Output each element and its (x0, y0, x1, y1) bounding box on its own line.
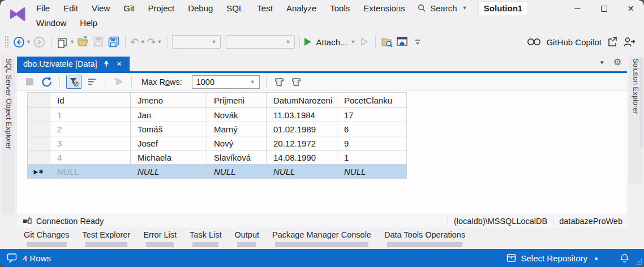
cell-datumnarozeni[interactable]: 01.02.1989 (267, 122, 337, 136)
max-rows-combobox[interactable]: 1000 ▼ (192, 75, 260, 89)
menu-view[interactable]: View (85, 3, 117, 13)
cell-datumnarozeni-null[interactable]: NULL (267, 165, 337, 179)
save-button[interactable] (92, 35, 105, 49)
cell-pocetclanku[interactable]: 17 (337, 108, 407, 122)
menu-extensions[interactable]: Extensions (357, 3, 411, 13)
redo-button[interactable]: ↷ ▼ (147, 35, 162, 49)
cell-jmeno[interactable]: Josef (131, 136, 207, 150)
select-repository-label[interactable]: Select Repository (521, 253, 588, 263)
cell-jmeno[interactable]: Tomáš (131, 122, 207, 136)
tab-list-chevron-icon[interactable]: ▼ (599, 59, 605, 66)
row-header[interactable] (28, 150, 50, 165)
menu-project[interactable]: Project (141, 3, 181, 13)
tab-close-icon[interactable]: ✕ (115, 60, 123, 68)
cell-pocetclanku[interactable]: 6 (337, 122, 407, 136)
cell-datumnarozeni[interactable]: 20.12.1972 (267, 136, 337, 150)
menu-help[interactable]: Help (73, 18, 104, 28)
navigate-forward-button[interactable] (33, 35, 46, 49)
toolbar-grip[interactable] (5, 36, 9, 48)
tab-output[interactable]: Output (234, 228, 259, 249)
cell-pocetclanku[interactable]: 1 (337, 150, 407, 165)
cell-jmeno[interactable]: Jan (131, 108, 207, 122)
menu-test[interactable]: Test (250, 3, 280, 13)
start-without-debugging-button[interactable] (357, 35, 371, 49)
menu-analyze[interactable]: Analyze (280, 3, 323, 13)
cell-id[interactable]: 1 (50, 108, 131, 122)
cell-prijmeni[interactable]: Marný (207, 122, 267, 136)
cell-id[interactable]: 2 (50, 122, 131, 136)
tab-git-changes[interactable]: Git Changes (24, 228, 70, 249)
copilot-label[interactable]: GitHub Copilot (546, 37, 602, 47)
menu-git[interactable]: Git (117, 3, 141, 13)
platform-combobox[interactable]: ▼ (226, 35, 295, 49)
send-feedback-icon[interactable] (623, 37, 635, 47)
column-header-pocetclanku[interactable]: PocetClanku (337, 93, 407, 108)
cell-id[interactable]: 3 (50, 136, 131, 150)
stop-query-button[interactable] (23, 75, 36, 89)
column-header-datumnarozeni[interactable]: DatumNarozeni (267, 93, 337, 108)
menu-debug[interactable]: Debug (181, 3, 220, 13)
message-bubble-icon[interactable] (7, 253, 18, 263)
menu-tools[interactable]: Tools (323, 3, 357, 13)
share-icon[interactable] (607, 37, 618, 47)
sort-button[interactable] (85, 75, 98, 89)
browser-home-button[interactable] (396, 35, 409, 49)
undo-button[interactable]: ↶ ▼ (130, 35, 145, 49)
cell-datumnarozeni[interactable]: 11.03.1984 (267, 108, 337, 122)
cell-prijmeni-null[interactable]: NULL (207, 165, 267, 179)
cell-prijmeni[interactable]: Nový (207, 136, 267, 150)
configuration-combobox[interactable]: ▼ (172, 35, 221, 49)
maximize-button[interactable] (591, 0, 617, 17)
save-all-button[interactable] (107, 35, 121, 49)
row-header[interactable] (28, 108, 50, 122)
close-button[interactable]: ✕ (617, 0, 644, 17)
menu-edit[interactable]: Edit (57, 3, 85, 13)
cell-id-null[interactable]: NULL (50, 165, 131, 179)
navigate-back-button[interactable]: ▼ (13, 35, 31, 49)
row-header[interactable] (28, 136, 50, 150)
run-script-button[interactable] (111, 75, 125, 89)
github-copilot-icon[interactable] (527, 37, 541, 46)
cell-prijmeni[interactable]: Novák (207, 108, 267, 122)
search-control[interactable]: Search ▼ (418, 0, 467, 16)
menu-sql[interactable]: SQL (220, 3, 250, 13)
resize-grip[interactable] (636, 259, 642, 265)
cell-id[interactable]: 4 (50, 150, 131, 165)
tab-dbo-uzivatele-data[interactable]: dbo.Uzivatele [Data] ✕ (17, 57, 130, 71)
cell-jmeno[interactable]: Michaela (131, 150, 207, 165)
tab-error-list[interactable]: Error List (143, 228, 177, 249)
cell-pocetclanku-null[interactable]: NULL (337, 165, 407, 179)
cell-prijmeni[interactable]: Slavíková (207, 150, 267, 165)
column-header-jmeno[interactable]: Jmeno (131, 93, 207, 108)
script-to-file-button[interactable] (290, 75, 303, 89)
refresh-button[interactable] (40, 75, 53, 89)
find-in-files-button[interactable] (380, 35, 394, 49)
tab-package-manager-console[interactable]: Package Manager Console (272, 228, 371, 249)
pin-icon[interactable] (102, 60, 110, 68)
cell-pocetclanku[interactable]: 9 (337, 136, 407, 150)
attach-run-button[interactable]: Attach... ▼ (304, 35, 356, 49)
menu-file[interactable]: File (29, 3, 57, 13)
repository-icon[interactable] (506, 253, 516, 262)
solution-name-badge[interactable]: Solution1 (478, 1, 528, 15)
tab-task-list[interactable]: Task List (190, 228, 221, 249)
server-name[interactable]: (localdb)\MSSQLLocalDB (454, 217, 547, 226)
cell-datumnarozeni[interactable]: 14.08.1990 (267, 150, 337, 165)
notifications-bell-icon[interactable] (620, 253, 629, 263)
open-file-button[interactable] (76, 35, 90, 49)
tabstrip-gear-icon[interactable]: ⚙ (613, 58, 621, 67)
menu-window[interactable]: Window (29, 18, 73, 28)
new-row-marker[interactable]: ▶✱ (28, 165, 50, 179)
toolbar-overflow-button[interactable] (411, 35, 424, 49)
right-strip-scrollbar[interactable] (639, 57, 643, 148)
minimize-button[interactable]: ─ (564, 0, 591, 17)
tab-data-tools-operations[interactable]: Data Tools Operations (384, 228, 465, 249)
filter-toggle-button[interactable] (66, 75, 81, 89)
row-header[interactable] (28, 122, 50, 136)
grid-corner-cell[interactable] (28, 93, 50, 108)
column-header-id[interactable]: Id (50, 93, 131, 108)
new-item-button[interactable]: ▼ (56, 35, 75, 49)
tab-test-explorer[interactable]: Test Explorer (83, 228, 131, 249)
solution-explorer-tab[interactable]: Solution Explorer (632, 53, 640, 114)
script-to-editor-button[interactable] (273, 75, 286, 89)
